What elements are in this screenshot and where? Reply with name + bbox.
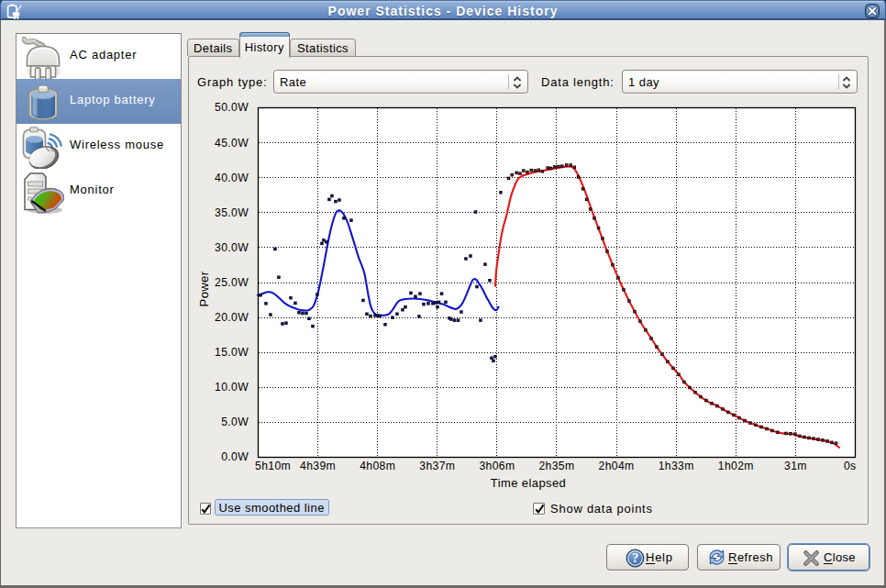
svg-text:2h04m: 2h04m [599, 460, 635, 472]
svg-text:45.0W: 45.0W [215, 137, 249, 150]
svg-text:0s: 0s [844, 460, 857, 472]
svg-text:4h08m: 4h08m [360, 460, 395, 472]
svg-text:20.0W: 20.0W [215, 311, 249, 324]
svg-text:31m: 31m [784, 460, 807, 472]
svg-text:35.0W: 35.0W [215, 206, 249, 219]
svg-text:4h39m: 4h39m [300, 460, 336, 472]
svg-text:?: ? [632, 550, 639, 565]
svg-text:Time elapsed: Time elapsed [491, 476, 566, 490]
svg-text:30.0W: 30.0W [215, 241, 249, 254]
svg-text:3h06m: 3h06m [479, 460, 515, 472]
svg-text:1h33m: 1h33m [659, 460, 694, 472]
svg-text:Power: Power [197, 271, 211, 306]
svg-text:1h02m: 1h02m [718, 460, 754, 472]
svg-text:3h37m: 3h37m [419, 460, 455, 472]
svg-text:0.0W: 0.0W [221, 450, 249, 463]
svg-text:5.0W: 5.0W [221, 416, 249, 428]
svg-text:5h10m: 5h10m [255, 460, 291, 472]
svg-text:25.0W: 25.0W [215, 276, 249, 289]
svg-text:15.0W: 15.0W [215, 346, 249, 359]
svg-text:50.0W: 50.0W [215, 101, 249, 114]
svg-text:2h35m: 2h35m [538, 460, 574, 472]
svg-text:10.0W: 10.0W [215, 381, 249, 394]
svg-text:40.0W: 40.0W [215, 172, 249, 184]
